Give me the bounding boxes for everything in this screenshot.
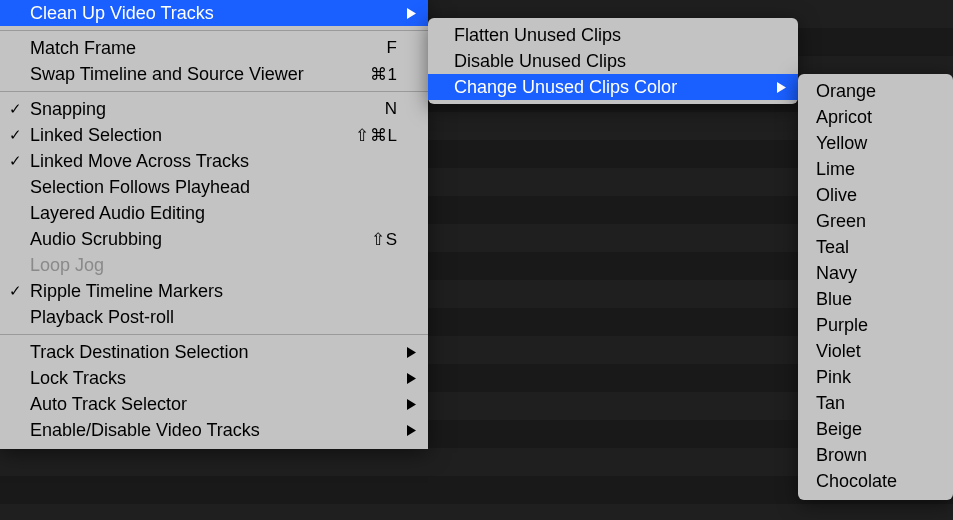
menu-item-label: Track Destination Selection: [30, 342, 386, 363]
menu-item-label: Selection Follows Playhead: [30, 177, 386, 198]
menu-item-swap-timeline-source-viewer[interactable]: Swap Timeline and Source Viewer ⌘1: [0, 61, 428, 87]
menu-item-label: Ripple Timeline Markers: [30, 281, 386, 302]
menu-item-label: Disable Unused Clips: [454, 51, 768, 72]
svg-marker-3: [407, 399, 416, 410]
submenu-arrow-icon: [768, 80, 786, 94]
menu-separator: [0, 91, 428, 92]
menu-item-label: Swap Timeline and Source Viewer: [30, 64, 358, 85]
shortcut-label: ⇧S: [359, 229, 398, 250]
check-icon: ✓: [0, 126, 30, 144]
svg-marker-2: [407, 373, 416, 384]
menu-separator: [0, 30, 428, 31]
submenu-arrow-icon: [398, 423, 416, 437]
menu-item-label: Tan: [816, 393, 941, 414]
menu-item-label: Blue: [816, 289, 941, 310]
menu-item-label: Pink: [816, 367, 941, 388]
menu-item-auto-track-selector[interactable]: Auto Track Selector: [0, 391, 428, 417]
menu-item-label: Purple: [816, 315, 941, 336]
menu-item-color-purple[interactable]: Purple: [798, 312, 953, 338]
svg-marker-0: [407, 8, 416, 19]
menu-item-linked-selection[interactable]: ✓ Linked Selection ⇧⌘L: [0, 122, 428, 148]
menu-item-label: Audio Scrubbing: [30, 229, 359, 250]
svg-marker-5: [777, 82, 786, 93]
menu-item-clean-up-video-tracks[interactable]: Clean Up Video Tracks: [0, 0, 428, 26]
menu-item-color-chocolate[interactable]: Chocolate: [798, 468, 953, 494]
menu-item-label: Change Unused Clips Color: [454, 77, 768, 98]
menu-item-match-frame[interactable]: Match Frame F: [0, 35, 428, 61]
menu-item-label: Enable/Disable Video Tracks: [30, 420, 386, 441]
menu-item-enable-disable-video-tracks[interactable]: Enable/Disable Video Tracks: [0, 417, 428, 443]
menu-item-color-lime[interactable]: Lime: [798, 156, 953, 182]
menu-item-color-olive[interactable]: Olive: [798, 182, 953, 208]
menu-item-label: Beige: [816, 419, 941, 440]
menu-item-label: Green: [816, 211, 941, 232]
check-icon: ✓: [0, 100, 30, 118]
submenu-arrow-icon: [398, 371, 416, 385]
menu-item-snapping[interactable]: ✓ Snapping N: [0, 96, 428, 122]
menu-item-label: Violet: [816, 341, 941, 362]
menu-item-color-yellow[interactable]: Yellow: [798, 130, 953, 156]
submenu-arrow-icon: [398, 6, 416, 20]
submenu-arrow-icon: [398, 345, 416, 359]
shortcut-label: N: [373, 99, 398, 119]
menu-item-loop-jog: Loop Jog: [0, 252, 428, 278]
menu-item-label: Orange: [816, 81, 941, 102]
menu-item-audio-scrubbing[interactable]: Audio Scrubbing ⇧S: [0, 226, 428, 252]
menu-item-disable-unused-clips[interactable]: Disable Unused Clips: [428, 48, 798, 74]
menu-item-color-orange[interactable]: Orange: [798, 78, 953, 104]
menu-item-label: Brown: [816, 445, 941, 466]
menu-item-label: Linked Selection: [30, 125, 343, 146]
menu-item-label: Teal: [816, 237, 941, 258]
menu-item-color-navy[interactable]: Navy: [798, 260, 953, 286]
menu-item-label: Clean Up Video Tracks: [30, 3, 386, 24]
menu-item-color-violet[interactable]: Violet: [798, 338, 953, 364]
menu-item-color-pink[interactable]: Pink: [798, 364, 953, 390]
menu-item-label: Snapping: [30, 99, 373, 120]
menu-item-label: Match Frame: [30, 38, 375, 59]
shortcut-label: F: [375, 38, 398, 58]
menu-item-label: Layered Audio Editing: [30, 203, 386, 224]
menu-item-label: Lime: [816, 159, 941, 180]
menu-item-color-tan[interactable]: Tan: [798, 390, 953, 416]
menu-item-label: Yellow: [816, 133, 941, 154]
submenu-arrow-icon: [398, 397, 416, 411]
svg-marker-4: [407, 425, 416, 436]
menu-item-label: Navy: [816, 263, 941, 284]
check-icon: ✓: [0, 282, 30, 300]
menu-item-label: Apricot: [816, 107, 941, 128]
menu-item-playback-post-roll[interactable]: Playback Post-roll: [0, 304, 428, 330]
menu-item-color-teal[interactable]: Teal: [798, 234, 953, 260]
context-menu-main: Clean Up Video Tracks Match Frame F Swap…: [0, 0, 428, 449]
menu-item-label: Lock Tracks: [30, 368, 386, 389]
menu-item-layered-audio-editing[interactable]: Layered Audio Editing: [0, 200, 428, 226]
menu-item-label: Chocolate: [816, 471, 941, 492]
menu-item-selection-follows-playhead[interactable]: Selection Follows Playhead: [0, 174, 428, 200]
menu-item-label: Loop Jog: [30, 255, 386, 276]
menu-separator: [0, 334, 428, 335]
menu-item-label: Flatten Unused Clips: [454, 25, 768, 46]
menu-item-label: Linked Move Across Tracks: [30, 151, 386, 172]
menu-item-color-brown[interactable]: Brown: [798, 442, 953, 468]
svg-marker-1: [407, 347, 416, 358]
menu-item-track-destination-selection[interactable]: Track Destination Selection: [0, 339, 428, 365]
menu-item-linked-move-across-tracks[interactable]: ✓ Linked Move Across Tracks: [0, 148, 428, 174]
menu-item-label: Olive: [816, 185, 941, 206]
submenu-change-unused-clips-color: Orange Apricot Yellow Lime Olive Green T…: [798, 74, 953, 500]
menu-item-change-unused-clips-color[interactable]: Change Unused Clips Color: [428, 74, 798, 100]
menu-item-ripple-timeline-markers[interactable]: ✓ Ripple Timeline Markers: [0, 278, 428, 304]
submenu-clean-up-video-tracks: Flatten Unused Clips Disable Unused Clip…: [428, 18, 798, 104]
menu-item-color-blue[interactable]: Blue: [798, 286, 953, 312]
menu-item-flatten-unused-clips[interactable]: Flatten Unused Clips: [428, 22, 798, 48]
menu-item-color-green[interactable]: Green: [798, 208, 953, 234]
menu-item-label: Playback Post-roll: [30, 307, 386, 328]
check-icon: ✓: [0, 152, 30, 170]
menu-item-color-beige[interactable]: Beige: [798, 416, 953, 442]
shortcut-label: ⌘1: [358, 64, 398, 85]
shortcut-label: ⇧⌘L: [343, 125, 398, 146]
menu-item-label: Auto Track Selector: [30, 394, 386, 415]
menu-item-color-apricot[interactable]: Apricot: [798, 104, 953, 130]
menu-item-lock-tracks[interactable]: Lock Tracks: [0, 365, 428, 391]
